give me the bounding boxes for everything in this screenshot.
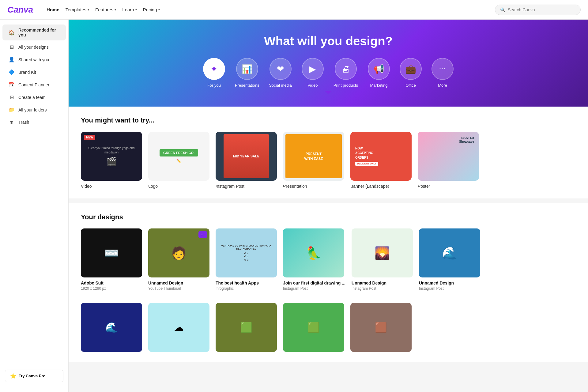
- sidebar-item-brand-kit[interactable]: 🔷 Brand Kit: [2, 66, 66, 78]
- sidebar-item-recommended[interactable]: 🏠 Recommended for you: [2, 24, 66, 40]
- category-office[interactable]: 💼 Office: [400, 58, 422, 88]
- design-options-button[interactable]: ···: [198, 231, 207, 238]
- sidebar-item-create-team[interactable]: ⊞ Create a team: [2, 91, 66, 103]
- main-layout: 🏠 Recommended for you ⊞ All your designs…: [0, 20, 588, 392]
- shared-icon: 👤: [9, 57, 15, 62]
- home-icon: 🏠: [9, 30, 15, 36]
- nav-learn[interactable]: Learn ▾: [120, 6, 139, 13]
- category-social-media[interactable]: ❤ Social media: [269, 58, 292, 88]
- designs-title: Your designs: [81, 213, 576, 221]
- learn-arrow-icon: ▾: [135, 8, 137, 11]
- nav-home[interactable]: Home: [44, 6, 62, 13]
- try-card-instagram-post[interactable]: MID YEAR SALE Instagram Post: [216, 132, 277, 189]
- try-card-logo[interactable]: GREEN FRESH CO. ✏️ Logo: [148, 132, 209, 189]
- templates-arrow-icon: ▾: [88, 8, 89, 11]
- category-marketing[interactable]: 📢 Marketing: [368, 58, 390, 88]
- main-content: What will you design? ✦ For you 📊 Presen…: [69, 20, 588, 392]
- hero-title: What will you design?: [81, 34, 576, 48]
- design-categories: ✦ For you 📊 Presentations ❤ Social media…: [81, 58, 576, 88]
- sidebar-item-shared[interactable]: 👤 Shared with you: [2, 54, 66, 66]
- team-icon: ⊞: [9, 94, 15, 100]
- search-input[interactable]: [508, 7, 575, 12]
- social-media-icon: ❤: [270, 58, 292, 80]
- design-card-unnamed-yt[interactable]: ··· 🧑 Unnamed Design YouTube Thumbnail: [148, 228, 209, 291]
- try-section: You might want to try... NEW Clear your …: [69, 107, 588, 198]
- office-icon: 💼: [400, 58, 422, 80]
- presentations-icon: 📊: [236, 58, 258, 80]
- design-card-row2-4[interactable]: 🟩: [283, 303, 344, 352]
- design-card-unnamed-ig[interactable]: 🌄 Unnamed Design Instagram Post: [352, 228, 413, 291]
- for-you-icon: ✦: [203, 58, 225, 80]
- video-icon: ▶: [302, 58, 324, 80]
- design-card-unnamed-ig2[interactable]: 🌊 Unnamed Design Instagram Post: [419, 228, 480, 291]
- more-icon: ···: [432, 58, 454, 80]
- category-presentations[interactable]: 📊 Presentations: [235, 58, 259, 88]
- nav-pricing[interactable]: Pricing ▾: [141, 6, 162, 13]
- new-badge: NEW: [84, 135, 95, 140]
- design-card-row2-5[interactable]: 🟫: [350, 303, 412, 352]
- marketing-icon: 📢: [368, 58, 390, 80]
- sidebar-item-folders[interactable]: 📁 All your folders: [2, 104, 66, 116]
- design-card-row2-3[interactable]: 🟩: [216, 303, 277, 352]
- canva-logo[interactable]: Canva: [7, 5, 33, 15]
- try-card-video[interactable]: NEW Clear your mind through yoga and med…: [81, 132, 142, 189]
- designs-section: Your designs ⌨️ Adobe Suit 588 x 392 p…: [69, 203, 588, 300]
- sidebar: 🏠 Recommended for you ⊞ All your designs…: [0, 20, 69, 392]
- design-card-digital-drawing[interactable]: 🦜 Join our first digital drawing ... Ins…: [283, 228, 345, 291]
- try-card-poster[interactable]: Pride ArtShowcase Poster: [418, 132, 479, 189]
- sidebar-bottom: ⭐ Try Canva Pro: [0, 365, 68, 387]
- sidebar-item-all-designs[interactable]: ⊞ All your designs: [2, 41, 66, 53]
- section-divider: [69, 198, 588, 201]
- try-cards-list: NEW Clear your mind through yoga and med…: [81, 132, 576, 189]
- folder-icon: 📁: [9, 107, 15, 113]
- try-card-banner[interactable]: NOW ACCEPTING ORDERS DELIVERY ONLY Banne…: [350, 132, 412, 189]
- brand-icon: 🔷: [9, 69, 15, 75]
- try-card-presentation[interactable]: PRESENT WITH EASE Presentation: [283, 132, 344, 189]
- try-section-title: You might want to try...: [81, 116, 576, 124]
- main-nav: Home Templates ▾ Features ▾ Learn ▾ Pric…: [44, 6, 162, 13]
- print-icon: 🖨: [335, 58, 357, 80]
- search-bar: 🔍: [495, 5, 581, 15]
- category-print-products[interactable]: 🖨 Print products: [334, 58, 358, 88]
- category-more[interactable]: ··· More: [432, 58, 454, 88]
- features-arrow-icon: ▾: [115, 8, 116, 11]
- calendar-icon: 📅: [9, 82, 15, 88]
- pricing-arrow-icon: ▾: [158, 8, 160, 11]
- second-row-designs: 🌊 ☁ 🟩 🟩: [69, 300, 588, 362]
- nav-templates[interactable]: Templates ▾: [63, 6, 92, 13]
- design-card-row2-2[interactable]: ☁: [148, 303, 209, 352]
- try-pro-button[interactable]: ⭐ Try Canva Pro: [5, 370, 63, 382]
- sidebar-item-content-planner[interactable]: 📅 Content Planner: [2, 79, 66, 91]
- category-for-you[interactable]: ✦ For you: [203, 58, 225, 88]
- design-cards-list: ⌨️ Adobe Suit 588 x 392 px ··· 🧑 Unnam…: [81, 228, 576, 291]
- category-video[interactable]: ▶ Video: [302, 58, 324, 88]
- second-row-cards-list: 🌊 ☁ 🟩 🟩: [81, 303, 576, 352]
- design-card-adobe-suit[interactable]: ⌨️ Adobe Suit 588 x 392 px: [81, 228, 142, 291]
- design-card-row2-1[interactable]: 🌊: [81, 303, 142, 352]
- sidebar-item-trash[interactable]: 🗑 Trash: [2, 116, 66, 128]
- nav-features[interactable]: Features ▾: [93, 6, 119, 13]
- active-category-arrow: [81, 91, 576, 94]
- hero-banner: What will you design? ✦ For you 📊 Presen…: [69, 20, 588, 107]
- search-icon: 🔍: [500, 7, 505, 12]
- topbar: Canva Home Templates ▾ Features ▾ Learn …: [0, 0, 588, 20]
- trash-icon: 🗑: [9, 119, 15, 125]
- star-icon: ⭐: [10, 373, 16, 379]
- design-card-health-apps[interactable]: VENTAJAS DE UN SISTEMA DE PDV PARA RESTA…: [216, 228, 277, 291]
- grid-icon: ⊞: [9, 44, 15, 50]
